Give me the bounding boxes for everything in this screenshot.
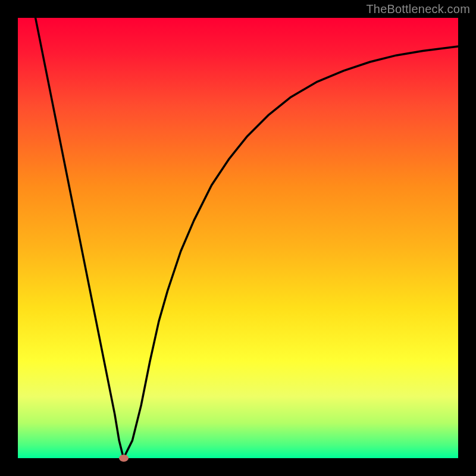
watermark-label: TheBottleneck.com — [366, 2, 470, 16]
bottleneck-curve — [18, 18, 458, 458]
optimal-point-marker — [119, 455, 129, 462]
plot-area — [18, 18, 458, 458]
chart-frame: TheBottleneck.com — [0, 0, 476, 476]
